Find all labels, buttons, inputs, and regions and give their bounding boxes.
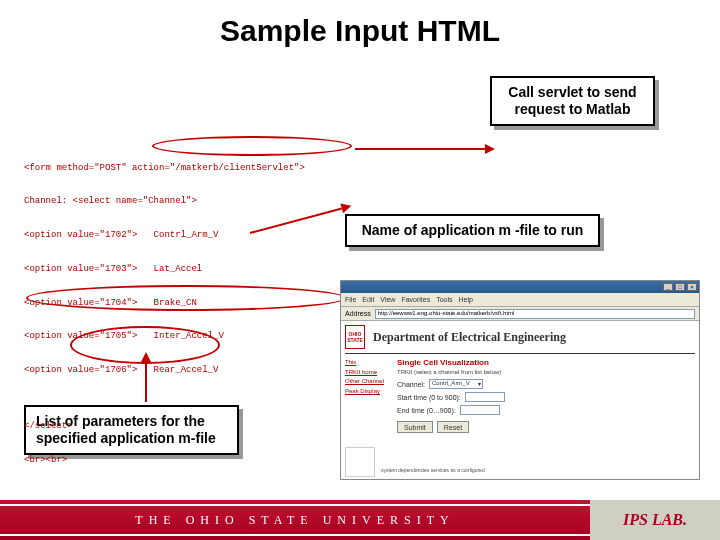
code-line: <option value="1706"> Rear_Accel_V xyxy=(24,365,344,376)
window-titlebar: _ □ × xyxy=(341,281,699,293)
end-time-label: End time (0…900): xyxy=(397,407,456,414)
page-content: OHIO STATE Department of Electrical Engi… xyxy=(341,321,699,479)
nav-link[interactable]: TRKII home xyxy=(345,368,393,378)
code-line: <option value="1703"> Lat_Accel xyxy=(24,264,344,275)
menu-help[interactable]: Help xyxy=(459,296,473,303)
nav-link[interactable]: Other Channel xyxy=(345,377,393,387)
start-time-label: Start time (0 to 900): xyxy=(397,394,461,401)
channel-label: Channel: xyxy=(397,381,425,388)
menu-favorites[interactable]: Favorites xyxy=(401,296,430,303)
start-time-input[interactable] xyxy=(465,392,505,402)
nav-link[interactable]: This xyxy=(345,358,393,368)
form-subtitle: TRKII (select a channel from list below) xyxy=(397,369,695,375)
address-label: Address xyxy=(345,310,371,317)
department-title: Department of Electrical Engineering xyxy=(373,330,566,345)
form-title: Single Cell Visualization xyxy=(397,358,695,367)
end-time-input[interactable] xyxy=(460,405,500,415)
slide-footer: THE OHIO STATE UNIVERSITY IPS LAB. xyxy=(0,500,720,540)
callout-servlet: Call servlet to send request to Matlab xyxy=(490,76,655,126)
code-line: </select> xyxy=(24,421,344,432)
main-form: Single Cell Visualization TRKII (select … xyxy=(393,358,695,436)
code-line: <option value="1702"> Contrl_Arm_V xyxy=(24,230,344,241)
menu-edit[interactable]: Edit xyxy=(362,296,374,303)
maximize-icon[interactable]: □ xyxy=(675,283,685,291)
osu-banner: THE OHIO STATE UNIVERSITY xyxy=(0,500,590,540)
code-line: <form method="POST" action="/matkerb/cli… xyxy=(24,163,344,174)
slide-title: Sample Input HTML xyxy=(0,0,720,48)
browser-window-screenshot: _ □ × File Edit View Favorites Tools Hel… xyxy=(340,280,700,480)
channel-select[interactable]: Contrl_Arm_V xyxy=(429,379,483,389)
address-bar: Address http://eewww1.eng.ohio-state.edu… xyxy=(341,307,699,321)
code-line: <br><br> xyxy=(24,455,344,466)
osu-logo: OHIO STATE xyxy=(345,325,365,349)
footer-graphic xyxy=(345,447,375,477)
reset-button[interactable]: Reset xyxy=(437,421,469,433)
annotation-ellipse xyxy=(152,136,352,156)
submit-button[interactable]: Submit xyxy=(397,421,433,433)
annotation-ellipse xyxy=(26,285,346,311)
callout-app-name: Name of application m -file to run xyxy=(345,214,600,247)
menu-file[interactable]: File xyxy=(345,296,356,303)
footer-text: system dependencies services as a config… xyxy=(381,467,485,473)
menu-tools[interactable]: Tools xyxy=(436,296,452,303)
annotation-arrow xyxy=(355,148,485,150)
menu-bar: File Edit View Favorites Tools Help xyxy=(341,293,699,307)
nav-link[interactable]: Peak Display xyxy=(345,387,393,397)
ips-lab-label: IPS LAB. xyxy=(590,500,720,540)
close-icon[interactable]: × xyxy=(687,283,697,291)
code-line: Channel: <select name="Channel"> xyxy=(24,196,344,207)
minimize-icon[interactable]: _ xyxy=(663,283,673,291)
annotation-arrow xyxy=(145,362,147,402)
side-nav: This TRKII home Other Channel Peak Displ… xyxy=(345,358,393,436)
menu-view[interactable]: View xyxy=(380,296,395,303)
address-input[interactable]: http://eewww1.eng.ohio-state.edu/matkerb… xyxy=(375,309,695,319)
